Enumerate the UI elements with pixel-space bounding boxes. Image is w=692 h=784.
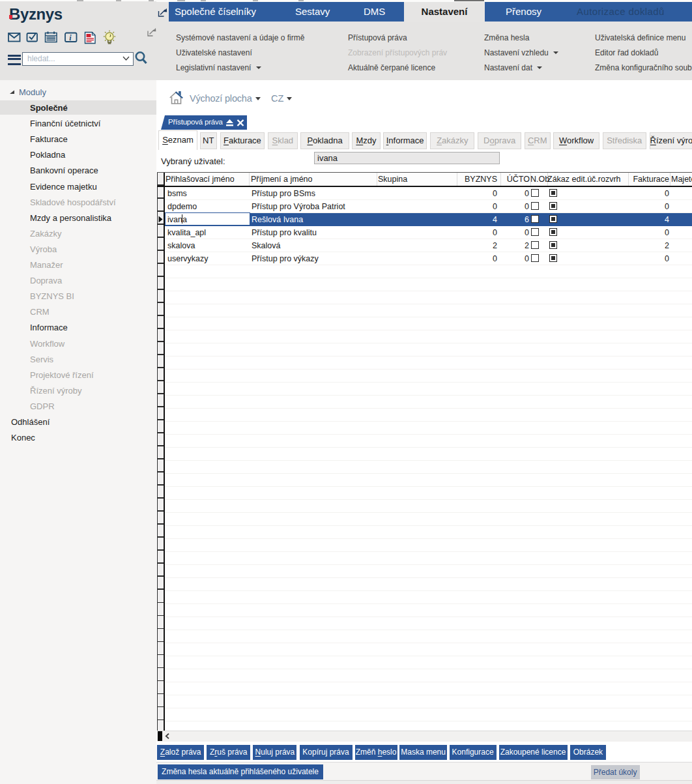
svg-text:i: i: [69, 33, 72, 42]
